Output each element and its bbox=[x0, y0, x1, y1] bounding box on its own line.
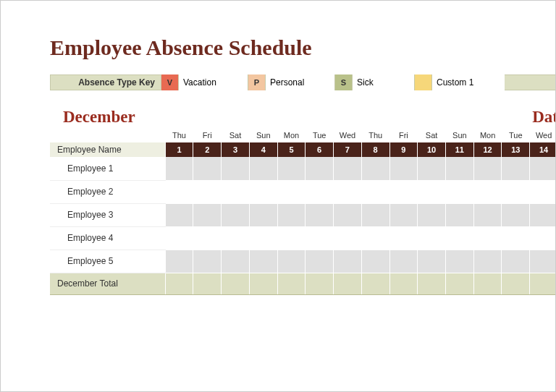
schedule-cell[interactable] bbox=[530, 226, 556, 250]
schedule-cell[interactable] bbox=[193, 203, 222, 226]
schedule-cell[interactable] bbox=[473, 157, 502, 180]
schedule-cell[interactable] bbox=[361, 203, 389, 226]
custom1-swatch bbox=[414, 74, 432, 90]
schedule-cell[interactable] bbox=[249, 203, 277, 226]
total-cell bbox=[502, 273, 530, 294]
dow-cell: Sat bbox=[418, 128, 446, 142]
employee-name-cell[interactable]: Employee 2 bbox=[50, 180, 165, 203]
schedule-cell[interactable] bbox=[222, 203, 250, 226]
schedule-cell[interactable] bbox=[502, 203, 530, 226]
schedule-cell[interactable] bbox=[445, 250, 473, 273]
total-cell bbox=[193, 273, 222, 294]
schedule-cell[interactable] bbox=[502, 157, 530, 180]
day-num-cell: 3 bbox=[222, 142, 250, 157]
schedule-grid: Thu Fri Sat Sun Mon Tue Wed Thu Fri Sat … bbox=[50, 128, 556, 295]
schedule-cell[interactable] bbox=[306, 157, 334, 180]
schedule-cell[interactable] bbox=[502, 250, 530, 273]
employee-name-cell[interactable]: Employee 1 bbox=[50, 157, 165, 180]
schedule-cell[interactable] bbox=[193, 180, 222, 203]
schedule-cell[interactable] bbox=[530, 157, 556, 180]
schedule-cell[interactable] bbox=[389, 180, 418, 203]
schedule-cell[interactable] bbox=[277, 203, 306, 226]
employee-name-cell[interactable]: Employee 3 bbox=[50, 203, 165, 226]
schedule-cell[interactable] bbox=[418, 157, 446, 180]
custom1-label: Custom 1 bbox=[432, 74, 505, 90]
schedule-cell[interactable] bbox=[222, 157, 250, 180]
schedule-cell[interactable] bbox=[361, 250, 389, 273]
schedule-cell[interactable] bbox=[306, 226, 334, 250]
schedule-cell[interactable] bbox=[165, 157, 193, 180]
table-row: Employee 2 bbox=[50, 180, 556, 203]
personal-label: Personal bbox=[266, 74, 334, 90]
schedule-cell[interactable] bbox=[530, 180, 556, 203]
sick-swatch: S bbox=[334, 74, 353, 90]
schedule-cell[interactable] bbox=[306, 203, 334, 226]
schedule-cell[interactable] bbox=[277, 250, 306, 273]
schedule-cell[interactable] bbox=[418, 180, 446, 203]
schedule-cell[interactable] bbox=[473, 203, 502, 226]
schedule-cell[interactable] bbox=[193, 226, 222, 250]
schedule-cell[interactable] bbox=[473, 250, 502, 273]
total-cell bbox=[277, 273, 306, 294]
dow-cell: Mon bbox=[277, 128, 306, 142]
schedule-cell[interactable] bbox=[249, 226, 277, 250]
schedule-cell[interactable] bbox=[445, 180, 473, 203]
schedule-cell[interactable] bbox=[249, 157, 277, 180]
total-cell bbox=[418, 273, 446, 294]
schedule-cell[interactable] bbox=[473, 226, 502, 250]
dow-cell: Mon bbox=[473, 128, 502, 142]
schedule-cell[interactable] bbox=[165, 226, 193, 250]
schedule-cell[interactable] bbox=[249, 250, 277, 273]
schedule-cell[interactable] bbox=[473, 180, 502, 203]
day-num-cell: 12 bbox=[473, 142, 502, 157]
schedule-cell[interactable] bbox=[389, 226, 418, 250]
schedule-cell[interactable] bbox=[193, 250, 222, 273]
dow-cell: Thu bbox=[165, 128, 193, 142]
schedule-cell[interactable] bbox=[361, 157, 389, 180]
schedule-cell[interactable] bbox=[277, 226, 306, 250]
schedule-cell[interactable] bbox=[222, 180, 250, 203]
schedule-cell[interactable] bbox=[334, 157, 362, 180]
day-num-cell: 9 bbox=[389, 142, 418, 157]
schedule-cell[interactable] bbox=[445, 226, 473, 250]
schedule-cell[interactable] bbox=[445, 157, 473, 180]
schedule-cell[interactable] bbox=[418, 203, 446, 226]
schedule-cell[interactable] bbox=[222, 226, 250, 250]
schedule-cell[interactable] bbox=[334, 250, 362, 273]
schedule-cell[interactable] bbox=[165, 180, 193, 203]
total-cell bbox=[165, 273, 193, 294]
table-row: Employee 3 bbox=[50, 203, 556, 226]
schedule-cell[interactable] bbox=[445, 203, 473, 226]
schedule-cell[interactable] bbox=[361, 226, 389, 250]
employee-name-cell[interactable]: Employee 4 bbox=[50, 226, 165, 250]
total-cell bbox=[389, 273, 418, 294]
schedule-cell[interactable] bbox=[193, 157, 222, 180]
schedule-cell[interactable] bbox=[334, 180, 362, 203]
schedule-cell[interactable] bbox=[389, 250, 418, 273]
schedule-cell[interactable] bbox=[306, 250, 334, 273]
schedule-cell[interactable] bbox=[502, 180, 530, 203]
schedule-cell[interactable] bbox=[249, 180, 277, 203]
schedule-cell[interactable] bbox=[334, 226, 362, 250]
absence-key-label: Absence Type Key bbox=[51, 77, 161, 88]
schedule-cell[interactable] bbox=[389, 157, 418, 180]
employee-name-cell[interactable]: Employee 5 bbox=[50, 250, 165, 273]
schedule-cell[interactable] bbox=[530, 203, 556, 226]
total-label: December Total bbox=[50, 273, 165, 294]
day-num-cell: 14 bbox=[530, 142, 556, 157]
vacation-label: Vacation bbox=[179, 74, 248, 90]
schedule-cell[interactable] bbox=[306, 180, 334, 203]
schedule-cell[interactable] bbox=[165, 250, 193, 273]
schedule-cell[interactable] bbox=[418, 250, 446, 273]
schedule-cell[interactable] bbox=[361, 180, 389, 203]
schedule-cell[interactable] bbox=[277, 157, 306, 180]
schedule-cell[interactable] bbox=[165, 203, 193, 226]
schedule-cell[interactable] bbox=[418, 226, 446, 250]
schedule-cell[interactable] bbox=[334, 203, 362, 226]
schedule-cell[interactable] bbox=[222, 250, 250, 273]
schedule-cell[interactable] bbox=[530, 250, 556, 273]
schedule-cell[interactable] bbox=[277, 180, 306, 203]
total-cell bbox=[361, 273, 389, 294]
schedule-cell[interactable] bbox=[502, 226, 530, 250]
schedule-cell[interactable] bbox=[389, 203, 418, 226]
